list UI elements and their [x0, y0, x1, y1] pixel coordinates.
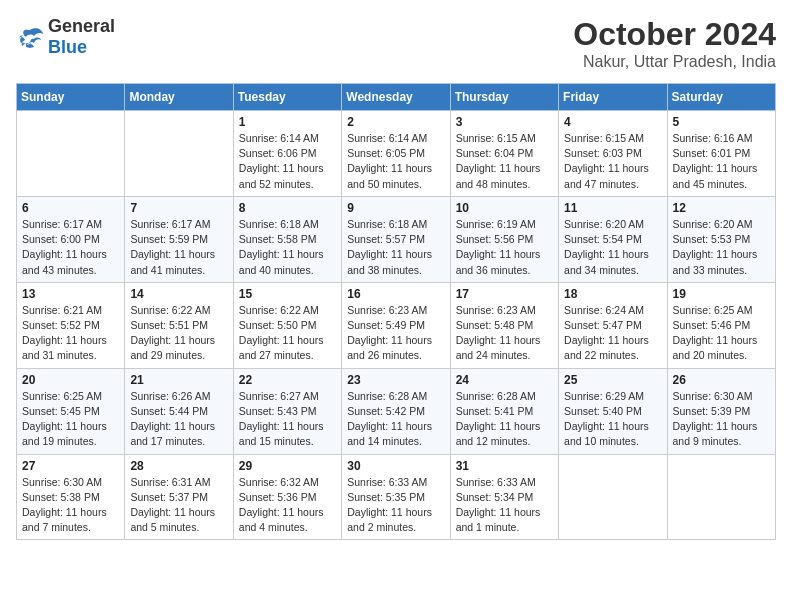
month-title: October 2024 [573, 16, 776, 53]
day-info: Sunrise: 6:22 AMSunset: 5:51 PMDaylight:… [130, 303, 227, 364]
day-info: Sunrise: 6:20 AMSunset: 5:54 PMDaylight:… [564, 217, 661, 278]
calendar-cell [559, 454, 667, 540]
calendar-cell [17, 111, 125, 197]
day-number: 20 [22, 373, 119, 387]
calendar-cell: 8Sunrise: 6:18 AMSunset: 5:58 PMDaylight… [233, 196, 341, 282]
calendar-cell: 30Sunrise: 6:33 AMSunset: 5:35 PMDayligh… [342, 454, 450, 540]
day-number: 29 [239, 459, 336, 473]
day-info: Sunrise: 6:16 AMSunset: 6:01 PMDaylight:… [673, 131, 770, 192]
weekday-wednesday: Wednesday [342, 84, 450, 111]
week-row-2: 6Sunrise: 6:17 AMSunset: 6:00 PMDaylight… [17, 196, 776, 282]
calendar-cell: 22Sunrise: 6:27 AMSunset: 5:43 PMDayligh… [233, 368, 341, 454]
logo-icon [16, 26, 44, 48]
calendar-cell: 14Sunrise: 6:22 AMSunset: 5:51 PMDayligh… [125, 282, 233, 368]
day-info: Sunrise: 6:18 AMSunset: 5:57 PMDaylight:… [347, 217, 444, 278]
week-row-5: 27Sunrise: 6:30 AMSunset: 5:38 PMDayligh… [17, 454, 776, 540]
calendar-cell: 29Sunrise: 6:32 AMSunset: 5:36 PMDayligh… [233, 454, 341, 540]
calendar-cell: 25Sunrise: 6:29 AMSunset: 5:40 PMDayligh… [559, 368, 667, 454]
weekday-monday: Monday [125, 84, 233, 111]
day-number: 5 [673, 115, 770, 129]
day-info: Sunrise: 6:25 AMSunset: 5:46 PMDaylight:… [673, 303, 770, 364]
location-title: Nakur, Uttar Pradesh, India [573, 53, 776, 71]
calendar-cell: 10Sunrise: 6:19 AMSunset: 5:56 PMDayligh… [450, 196, 558, 282]
calendar-cell: 24Sunrise: 6:28 AMSunset: 5:41 PMDayligh… [450, 368, 558, 454]
day-info: Sunrise: 6:28 AMSunset: 5:41 PMDaylight:… [456, 389, 553, 450]
calendar-cell: 28Sunrise: 6:31 AMSunset: 5:37 PMDayligh… [125, 454, 233, 540]
day-number: 21 [130, 373, 227, 387]
day-number: 8 [239, 201, 336, 215]
day-info: Sunrise: 6:29 AMSunset: 5:40 PMDaylight:… [564, 389, 661, 450]
day-number: 7 [130, 201, 227, 215]
day-number: 25 [564, 373, 661, 387]
day-number: 6 [22, 201, 119, 215]
calendar-cell: 20Sunrise: 6:25 AMSunset: 5:45 PMDayligh… [17, 368, 125, 454]
day-info: Sunrise: 6:14 AMSunset: 6:06 PMDaylight:… [239, 131, 336, 192]
day-info: Sunrise: 6:17 AMSunset: 6:00 PMDaylight:… [22, 217, 119, 278]
day-number: 2 [347, 115, 444, 129]
weekday-header-row: SundayMondayTuesdayWednesdayThursdayFrid… [17, 84, 776, 111]
calendar-cell: 18Sunrise: 6:24 AMSunset: 5:47 PMDayligh… [559, 282, 667, 368]
day-number: 28 [130, 459, 227, 473]
day-info: Sunrise: 6:18 AMSunset: 5:58 PMDaylight:… [239, 217, 336, 278]
day-info: Sunrise: 6:33 AMSunset: 5:34 PMDaylight:… [456, 475, 553, 536]
day-number: 9 [347, 201, 444, 215]
day-number: 23 [347, 373, 444, 387]
day-number: 14 [130, 287, 227, 301]
calendar-cell: 15Sunrise: 6:22 AMSunset: 5:50 PMDayligh… [233, 282, 341, 368]
day-number: 11 [564, 201, 661, 215]
calendar-cell: 5Sunrise: 6:16 AMSunset: 6:01 PMDaylight… [667, 111, 775, 197]
day-number: 31 [456, 459, 553, 473]
day-info: Sunrise: 6:30 AMSunset: 5:39 PMDaylight:… [673, 389, 770, 450]
calendar-cell: 7Sunrise: 6:17 AMSunset: 5:59 PMDaylight… [125, 196, 233, 282]
day-info: Sunrise: 6:27 AMSunset: 5:43 PMDaylight:… [239, 389, 336, 450]
calendar-cell: 11Sunrise: 6:20 AMSunset: 5:54 PMDayligh… [559, 196, 667, 282]
calendar-cell: 6Sunrise: 6:17 AMSunset: 6:00 PMDaylight… [17, 196, 125, 282]
day-number: 4 [564, 115, 661, 129]
weekday-tuesday: Tuesday [233, 84, 341, 111]
day-info: Sunrise: 6:19 AMSunset: 5:56 PMDaylight:… [456, 217, 553, 278]
page-header: General Blue October 2024 Nakur, Uttar P… [16, 16, 776, 71]
day-number: 3 [456, 115, 553, 129]
day-number: 16 [347, 287, 444, 301]
day-info: Sunrise: 6:32 AMSunset: 5:36 PMDaylight:… [239, 475, 336, 536]
day-number: 30 [347, 459, 444, 473]
day-info: Sunrise: 6:28 AMSunset: 5:42 PMDaylight:… [347, 389, 444, 450]
day-number: 18 [564, 287, 661, 301]
calendar-body: 1Sunrise: 6:14 AMSunset: 6:06 PMDaylight… [17, 111, 776, 540]
day-info: Sunrise: 6:15 AMSunset: 6:04 PMDaylight:… [456, 131, 553, 192]
calendar-cell: 31Sunrise: 6:33 AMSunset: 5:34 PMDayligh… [450, 454, 558, 540]
title-section: October 2024 Nakur, Uttar Pradesh, India [573, 16, 776, 71]
calendar-cell: 12Sunrise: 6:20 AMSunset: 5:53 PMDayligh… [667, 196, 775, 282]
calendar-cell: 17Sunrise: 6:23 AMSunset: 5:48 PMDayligh… [450, 282, 558, 368]
calendar-cell: 9Sunrise: 6:18 AMSunset: 5:57 PMDaylight… [342, 196, 450, 282]
day-info: Sunrise: 6:22 AMSunset: 5:50 PMDaylight:… [239, 303, 336, 364]
calendar-cell: 1Sunrise: 6:14 AMSunset: 6:06 PMDaylight… [233, 111, 341, 197]
week-row-3: 13Sunrise: 6:21 AMSunset: 5:52 PMDayligh… [17, 282, 776, 368]
weekday-sunday: Sunday [17, 84, 125, 111]
logo-general: General [48, 16, 115, 36]
day-number: 26 [673, 373, 770, 387]
calendar-cell [125, 111, 233, 197]
calendar-cell: 13Sunrise: 6:21 AMSunset: 5:52 PMDayligh… [17, 282, 125, 368]
day-number: 10 [456, 201, 553, 215]
day-info: Sunrise: 6:14 AMSunset: 6:05 PMDaylight:… [347, 131, 444, 192]
day-number: 1 [239, 115, 336, 129]
day-info: Sunrise: 6:20 AMSunset: 5:53 PMDaylight:… [673, 217, 770, 278]
day-number: 17 [456, 287, 553, 301]
calendar-cell: 19Sunrise: 6:25 AMSunset: 5:46 PMDayligh… [667, 282, 775, 368]
calendar-cell: 4Sunrise: 6:15 AMSunset: 6:03 PMDaylight… [559, 111, 667, 197]
logo-blue: Blue [48, 37, 87, 57]
calendar-cell: 26Sunrise: 6:30 AMSunset: 5:39 PMDayligh… [667, 368, 775, 454]
day-info: Sunrise: 6:30 AMSunset: 5:38 PMDaylight:… [22, 475, 119, 536]
week-row-1: 1Sunrise: 6:14 AMSunset: 6:06 PMDaylight… [17, 111, 776, 197]
calendar-cell: 21Sunrise: 6:26 AMSunset: 5:44 PMDayligh… [125, 368, 233, 454]
day-number: 15 [239, 287, 336, 301]
day-info: Sunrise: 6:15 AMSunset: 6:03 PMDaylight:… [564, 131, 661, 192]
logo: General Blue [16, 16, 115, 58]
day-number: 12 [673, 201, 770, 215]
day-info: Sunrise: 6:33 AMSunset: 5:35 PMDaylight:… [347, 475, 444, 536]
day-info: Sunrise: 6:23 AMSunset: 5:48 PMDaylight:… [456, 303, 553, 364]
day-number: 13 [22, 287, 119, 301]
weekday-saturday: Saturday [667, 84, 775, 111]
calendar-cell: 3Sunrise: 6:15 AMSunset: 6:04 PMDaylight… [450, 111, 558, 197]
